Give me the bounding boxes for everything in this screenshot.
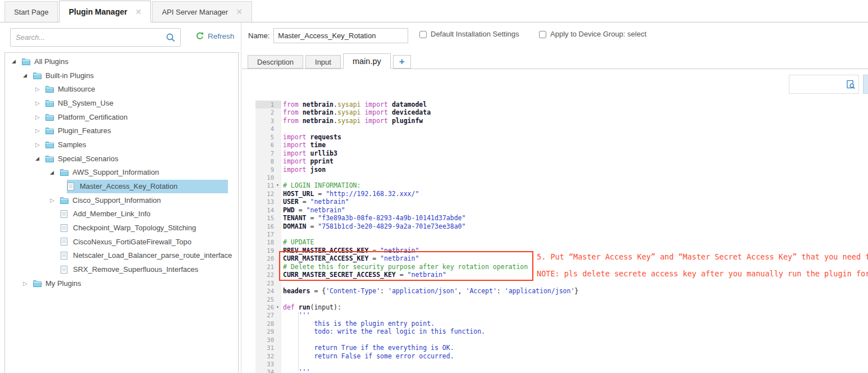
tree-item-cisco-support-information[interactable]: ▷Cisco_Support_Information xyxy=(5,193,238,207)
find-in-document-icon[interactable] xyxy=(846,80,856,89)
refresh-icon xyxy=(195,31,204,40)
collapsed-arrow-icon[interactable]: ▷ xyxy=(35,142,45,148)
code-line: 8import pprint xyxy=(242,157,868,165)
tab-main-py[interactable]: main.py xyxy=(343,53,391,69)
file-icon xyxy=(61,238,70,245)
code-line: 11▾# LOGIN INFORMATION: xyxy=(242,181,868,189)
line-number: 21 xyxy=(255,263,281,271)
apply-to-device-group-checkbox[interactable]: Apply to Device Group: select xyxy=(539,30,646,38)
plus-icon: + xyxy=(399,56,405,67)
editor-tab-bar: Description Input main.py + xyxy=(248,55,413,69)
line-number: 10 xyxy=(255,174,281,181)
indent-guide xyxy=(298,312,299,371)
code-area[interactable]: 1from netbrain.sysapi import datamodel2f… xyxy=(242,97,868,373)
line-number: 5 xyxy=(255,133,281,141)
folder-icon xyxy=(45,85,54,93)
tree-item-label: AWS_Support_Information xyxy=(72,168,159,176)
line-number: 31 xyxy=(255,344,281,352)
tree-item-srx-remove-superfluous-interfaces[interactable]: SRX_Remove_Superfluous_Interfaces xyxy=(5,262,238,276)
checkbox-icon[interactable] xyxy=(539,31,546,38)
line-number: 4 xyxy=(255,125,281,133)
clipped-toolbar-button[interactable] xyxy=(863,75,868,94)
tree-item-built-in-plugins[interactable]: ◢Built-in Plugins xyxy=(5,69,238,83)
code-find-input[interactable] xyxy=(792,75,843,93)
line-number: 14 xyxy=(255,206,281,214)
expanded-arrow-icon[interactable]: ◢ xyxy=(12,58,21,64)
line-number: 6 xyxy=(255,141,281,149)
line-number: 33 xyxy=(255,360,281,368)
tab-description[interactable]: Description xyxy=(248,55,303,69)
tree-item-samples[interactable]: ▷Samples xyxy=(5,138,238,152)
tab-description-label: Description xyxy=(257,58,294,66)
code-line: 32 return False if some error occurred. xyxy=(242,352,868,360)
expanded-arrow-icon[interactable]: ◢ xyxy=(35,156,45,161)
plugin-name-input[interactable] xyxy=(273,28,408,43)
tree-item-label: Samples xyxy=(58,140,86,149)
folder-icon xyxy=(45,154,54,162)
code-line: 31 return True if the everything is OK. xyxy=(242,344,868,352)
folder-icon xyxy=(33,71,42,79)
checkbox-icon[interactable] xyxy=(419,31,427,38)
line-number: 16 xyxy=(255,222,281,230)
close-icon[interactable]: ✕ xyxy=(135,7,142,16)
collapsed-arrow-icon[interactable]: ▷ xyxy=(35,128,45,134)
code-fold-icon[interactable]: ▾ xyxy=(274,181,281,189)
folder-icon xyxy=(22,57,31,65)
tree-item-label: All Plugins xyxy=(34,57,68,66)
tab-start-page[interactable]: Start Page xyxy=(4,1,58,22)
tab-main-py-label: main.py xyxy=(353,57,381,66)
code-line: 6import time xyxy=(242,141,868,149)
tree-item-cisconexus-fortigatefirewall-topo[interactable]: CiscoNexus_FortiGateFirewall_Topo xyxy=(5,235,238,249)
collapsed-arrow-icon[interactable]: ▷ xyxy=(35,114,45,120)
code-line: 29 todo: write the real logic in this fu… xyxy=(242,327,868,335)
expanded-arrow-icon[interactable]: ◢ xyxy=(50,170,60,175)
tree-item-special-scenarios[interactable]: ◢Special_Scenarios xyxy=(5,152,238,166)
default-installation-settings-checkbox[interactable]: Default Installation Settings xyxy=(419,30,519,38)
apply-to-device-group-label: Apply to Device Group: select xyxy=(550,30,646,38)
tree-item-master-access-key-rotation[interactable]: Master_Access_Key_Rotation xyxy=(5,179,238,193)
code-line: 10 xyxy=(242,174,868,181)
file-icon xyxy=(67,183,76,190)
search-input[interactable] xyxy=(16,29,162,46)
tab-plugin-manager-label: Plugin Manager xyxy=(68,7,127,16)
line-number: 17 xyxy=(255,230,281,238)
expanded-arrow-icon[interactable]: ◢ xyxy=(23,72,33,78)
code-fold-icon[interactable]: ▾ xyxy=(274,303,281,311)
tab-input[interactable]: Input xyxy=(305,55,341,69)
line-number: 18 xyxy=(255,238,281,246)
collapsed-arrow-icon[interactable]: ▷ xyxy=(35,86,45,92)
file-icon xyxy=(61,210,70,218)
search-icon[interactable] xyxy=(166,33,176,43)
tree-item-my-plugins[interactable]: ▷My Plugins xyxy=(5,276,238,290)
line-number: 30 xyxy=(255,336,281,344)
line-number: 25 xyxy=(255,295,281,303)
file-icon xyxy=(61,266,70,274)
code-line: 27 ''' xyxy=(242,311,868,319)
tree-item-netscaler-load-balancer-parse-route-interface[interactable]: Netscaler_Load_Balancer_parse_route_inte… xyxy=(5,249,238,263)
refresh-button[interactable]: Refresh xyxy=(195,31,234,40)
tree-item-plugin-features[interactable]: ▷Plugin_Features xyxy=(5,124,238,138)
tab-api-server-manager[interactable]: API Server Manager ✕ xyxy=(152,1,252,22)
collapsed-arrow-icon[interactable]: ▷ xyxy=(35,100,45,106)
folder-icon xyxy=(45,99,54,107)
tab-plugin-manager[interactable]: Plugin Manager ✕ xyxy=(59,1,151,22)
line-number: 2 xyxy=(255,108,281,116)
code-line: 33 xyxy=(242,360,868,368)
tree-item-aws-support-information[interactable]: ◢AWS_Support_Information xyxy=(5,166,238,180)
tree-item-add-member-link-info[interactable]: Add_Member_Link_Info xyxy=(5,207,238,221)
tree-item-all-plugins[interactable]: ◢All Plugins xyxy=(5,54,238,69)
add-tab-button[interactable]: + xyxy=(393,55,411,69)
tree-item-label: Netscaler_Load_Balancer_parse_route_inte… xyxy=(73,251,232,260)
tree-item-platform-certification[interactable]: ▷Platform_Certification xyxy=(5,110,238,124)
default-installation-settings-label: Default Installation Settings xyxy=(431,30,519,38)
collapsed-arrow-icon[interactable]: ▷ xyxy=(50,197,60,203)
code-line: 16DOMAIN = "7581b1cd-3e20-4829-9a2a-701e… xyxy=(242,222,868,230)
code-line: 9import json xyxy=(242,166,868,174)
tree-item-nb-system-use[interactable]: ▷NB_System_Use xyxy=(5,96,238,110)
code-editor: 1from netbrain.sysapi import datamodel2f… xyxy=(242,69,868,373)
collapsed-arrow-icon[interactable]: ▷ xyxy=(23,280,33,286)
tree-item-multisource[interactable]: ▷Multisource xyxy=(5,82,238,96)
close-icon[interactable]: ✕ xyxy=(236,7,243,16)
tree-item-checkpoint-warp-topology-stitching[interactable]: Checkpoint_Warp_Topology_Stitching xyxy=(5,221,238,235)
annotation-note: NOTE: pls delete secrete access key afte… xyxy=(537,269,868,278)
